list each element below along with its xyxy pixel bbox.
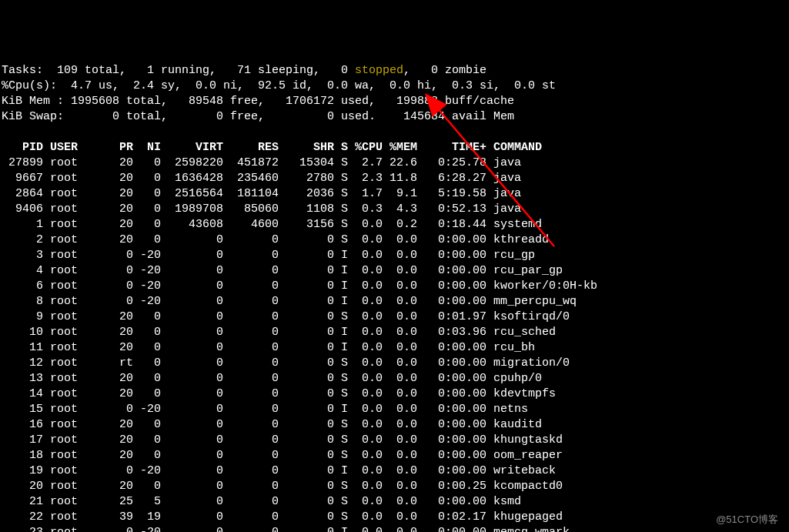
summary-tasks: Tasks: 109 total, 1 running, 71 sleeping… xyxy=(2,63,789,79)
process-row[interactable]: 4 root 0 -20 0 0 0 I 0.0 0.0 0:00.00 rcu… xyxy=(2,263,789,279)
process-row[interactable]: 9 root 20 0 0 0 0 S 0.0 0.0 0:01.97 ksof… xyxy=(2,309,789,325)
process-row[interactable]: 20 root 20 0 0 0 0 S 0.0 0.0 0:00.25 kco… xyxy=(2,479,789,494)
process-row[interactable]: 2864 root 20 0 2516564 181104 2036 S 1.7… xyxy=(2,186,789,202)
process-row[interactable]: 9667 root 20 0 1636428 235460 2780 S 2.3… xyxy=(2,171,789,186)
process-row[interactable]: 8 root 0 -20 0 0 0 I 0.0 0.0 0:00.00 mm_… xyxy=(2,294,789,309)
process-row[interactable]: 23 root 0 -20 0 0 0 I 0.0 0.0 0:00.00 me… xyxy=(2,525,789,532)
process-row[interactable]: 18 root 20 0 0 0 0 S 0.0 0.0 0:00.00 oom… xyxy=(2,448,789,463)
process-row[interactable]: 10 root 20 0 0 0 0 I 0.0 0.0 0:03.96 rcu… xyxy=(2,325,789,340)
process-row[interactable]: 15 root 0 -20 0 0 0 I 0.0 0.0 0:00.00 ne… xyxy=(2,402,789,417)
process-row[interactable]: 6 root 0 -20 0 0 0 I 0.0 0.0 0:00.00 kwo… xyxy=(2,279,789,294)
process-row[interactable]: 21 root 25 5 0 0 0 S 0.0 0.0 0:00.00 ksm… xyxy=(2,494,789,510)
summary-swap: KiB Swap: 0 total, 0 free, 0 used. 14568… xyxy=(2,109,789,125)
process-row[interactable]: 11 root 20 0 0 0 0 I 0.0 0.0 0:00.00 rcu… xyxy=(2,340,789,356)
watermark-label: @51CTO博客 xyxy=(716,512,778,527)
top-terminal[interactable]: Tasks: 109 total, 1 running, 71 sleeping… xyxy=(0,62,789,532)
process-row[interactable]: 19 root 0 -20 0 0 0 I 0.0 0.0 0:00.00 wr… xyxy=(2,463,789,479)
process-row[interactable]: 3 root 0 -20 0 0 0 I 0.0 0.0 0:00.00 rcu… xyxy=(2,248,789,263)
process-row[interactable]: 16 root 20 0 0 0 0 S 0.0 0.0 0:00.00 kau… xyxy=(2,417,789,433)
process-row[interactable]: 13 root 20 0 0 0 0 S 0.0 0.0 0:00.00 cpu… xyxy=(2,371,789,386)
process-row[interactable]: 22 root 39 19 0 0 0 S 0.0 0.0 0:02.17 kh… xyxy=(2,510,789,525)
process-row[interactable]: 12 root rt 0 0 0 0 S 0.0 0.0 0:00.00 mig… xyxy=(2,356,789,371)
process-row[interactable]: 17 root 20 0 0 0 0 S 0.0 0.0 0:00.00 khu… xyxy=(2,433,789,448)
summary-mem: KiB Mem : 1995608 total, 89548 free, 170… xyxy=(2,94,789,109)
process-row[interactable]: 2 root 20 0 0 0 0 S 0.0 0.0 0:00.00 kthr… xyxy=(2,233,789,248)
column-header-row: PID USER PR NI VIRT RES SHR S %CPU %MEM … xyxy=(2,140,789,156)
process-row[interactable]: 1 root 20 0 43608 4600 3156 S 0.0 0.2 0:… xyxy=(2,217,789,233)
process-row[interactable]: 27899 root 20 0 2598220 451872 15304 S 2… xyxy=(2,156,789,171)
process-row[interactable]: 9406 root 20 0 1989708 85060 1108 S 0.3 … xyxy=(2,202,789,217)
summary-cpu: %Cpu(s): 4.7 us, 2.4 sy, 0.0 ni, 92.5 id… xyxy=(2,79,789,94)
summary-blank xyxy=(2,125,789,140)
process-row[interactable]: 14 root 20 0 0 0 0 S 0.0 0.0 0:00.00 kde… xyxy=(2,386,789,402)
stopped-label: stopped xyxy=(355,64,403,77)
